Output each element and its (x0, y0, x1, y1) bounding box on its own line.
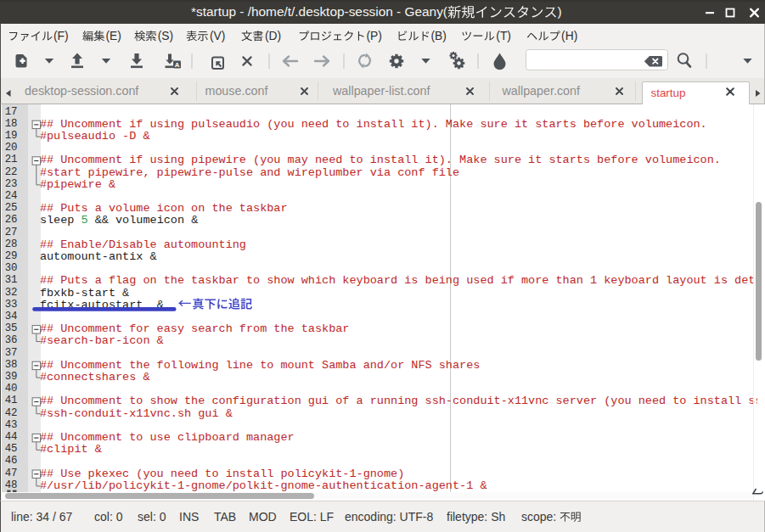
svg-text:A: A (175, 61, 180, 69)
